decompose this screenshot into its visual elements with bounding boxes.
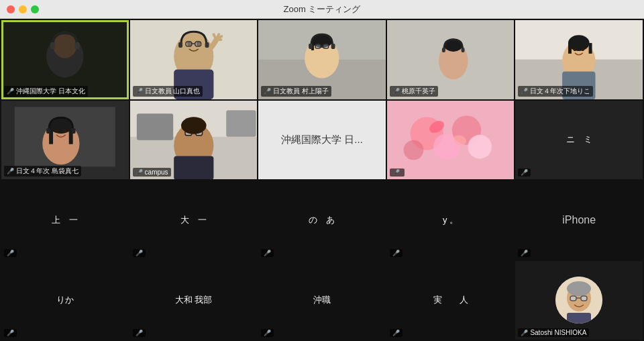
cell-label-r3c3: 🎤 bbox=[261, 249, 274, 257]
video-cell-r4c4[interactable]: 実 人 🎤 bbox=[387, 261, 515, 340]
svg-point-75 bbox=[468, 134, 492, 158]
cell-label-r1c1: 🎤 沖縄国際大学 日本文化 bbox=[4, 86, 88, 97]
svg-rect-18 bbox=[178, 42, 182, 48]
cell-name-r3c2: 大 一 bbox=[180, 214, 207, 226]
cell-name-r4c3: 沖職 bbox=[313, 294, 331, 306]
video-cell-r1c1[interactable]: 🎤 沖縄国際大学 日本文化 bbox=[1, 20, 129, 99]
video-cell-r3c4[interactable]: y 。 🎤 bbox=[387, 181, 515, 260]
svg-rect-27 bbox=[323, 44, 329, 48]
video-cell-r3c2[interactable]: 大 一 🎤 bbox=[130, 181, 258, 260]
cell-label-r3c4: 🎤 bbox=[390, 249, 402, 257]
mic-icon-r1c5: 🎤 bbox=[521, 88, 528, 95]
svg-point-76 bbox=[403, 140, 423, 160]
video-grid: 🎤 沖縄国際大学 日本文化 bbox=[0, 19, 644, 341]
svg-rect-19 bbox=[205, 42, 209, 48]
svg-rect-63 bbox=[226, 110, 256, 136]
satoshi-avatar bbox=[555, 277, 602, 324]
video-cell-r1c4[interactable]: 🎤 桃原千英子 bbox=[387, 20, 515, 99]
mic-muted-icon: 🎤 bbox=[7, 88, 14, 95]
video-cell-r1c3[interactable]: 🎤 日文教員 村上陽子 bbox=[258, 20, 386, 99]
svg-point-57 bbox=[63, 128, 66, 132]
maximize-button[interactable] bbox=[31, 5, 39, 13]
cell-name-r2c5: ニ ミ bbox=[566, 134, 592, 146]
video-cell-r2c1[interactable]: 🎤 日文４年次 島袋真七 bbox=[1, 101, 129, 180]
svg-rect-37 bbox=[461, 48, 464, 52]
svg-rect-58 bbox=[46, 128, 50, 133]
svg-rect-30 bbox=[331, 44, 335, 49]
cell-name-r4c2: 大和 我部 bbox=[175, 294, 213, 306]
video-cell-r4c1[interactable]: りか 🎤 bbox=[1, 261, 129, 340]
mic-icon-r2c1: 🎤 bbox=[7, 168, 14, 175]
svg-rect-62 bbox=[136, 113, 172, 140]
title-bar: Zoom ミーティング bbox=[0, 0, 644, 19]
svg-rect-36 bbox=[442, 48, 445, 52]
svg-rect-3 bbox=[50, 42, 55, 49]
cell-label-r2c1: 🎤 日文４年次 島袋真七 bbox=[4, 166, 81, 177]
close-button[interactable] bbox=[7, 5, 15, 13]
svg-rect-10 bbox=[186, 42, 192, 46]
svg-rect-85 bbox=[567, 313, 591, 324]
svg-rect-82 bbox=[570, 296, 576, 301]
cell-label-r3c5: 🎤 bbox=[518, 249, 531, 257]
mic-icon-r1c3: 🎤 bbox=[264, 88, 271, 95]
cell-label-r3c1: 🎤 bbox=[4, 249, 17, 257]
window-title: Zoom ミーティング bbox=[284, 3, 361, 15]
mic-icon-r2c2: 🎤 bbox=[136, 169, 143, 176]
cell-label-r1c3: 🎤 日文教員 村上陽子 bbox=[261, 86, 331, 97]
cell-name-r3c1: 上 一 bbox=[52, 214, 78, 226]
cell-label-r2c2: 🎤 campus bbox=[133, 168, 171, 177]
cell-name-r3c3: の あ bbox=[309, 214, 335, 226]
svg-rect-59 bbox=[72, 128, 76, 133]
cell-label-r4c5: 🎤 Satoshi NISHIOKA bbox=[518, 328, 589, 337]
svg-rect-4 bbox=[75, 42, 80, 49]
cell-name-r4c1: りか bbox=[56, 294, 74, 306]
mic-icon-r1c2: 🎤 bbox=[136, 88, 143, 95]
svg-point-81 bbox=[567, 281, 591, 296]
cell-label-r4c2: 🎤 bbox=[133, 329, 146, 337]
video-cell-r4c5[interactable]: 🎤 Satoshi NISHIOKA bbox=[515, 261, 643, 340]
video-cell-r2c2[interactable]: 🎤 campus bbox=[130, 101, 258, 180]
cell-name-r4c4: 実 人 bbox=[433, 294, 468, 306]
minimize-button[interactable] bbox=[19, 5, 27, 13]
svg-rect-29 bbox=[309, 44, 313, 49]
svg-rect-26 bbox=[315, 44, 321, 48]
svg-rect-11 bbox=[195, 42, 201, 46]
video-cell-r1c2[interactable]: 🎤 日文教員 山口真也 bbox=[130, 20, 258, 99]
video-cell-r4c3[interactable]: 沖職 🎤 bbox=[258, 261, 386, 340]
cell-label-r4c1: 🎤 bbox=[4, 329, 17, 337]
video-cell-r3c1[interactable]: 上 一 🎤 bbox=[1, 181, 129, 260]
cell-label-r1c4: 🎤 桃原千英子 bbox=[390, 86, 438, 97]
video-cell-r3c5[interactable]: iPhone 🎤 bbox=[515, 181, 643, 260]
svg-rect-44 bbox=[568, 43, 572, 54]
mic-icon-r1c4: 🎤 bbox=[392, 88, 400, 95]
svg-rect-69 bbox=[174, 156, 213, 179]
cell-label-r1c2: 🎤 日文教員 山口真也 bbox=[133, 86, 203, 97]
cell-label-r4c4: 🎤 bbox=[390, 329, 402, 337]
window-controls[interactable] bbox=[7, 5, 39, 13]
svg-point-56 bbox=[55, 128, 58, 132]
svg-point-46 bbox=[574, 47, 577, 51]
cell-label-r1c5: 🎤 日文４年次下地りこ bbox=[518, 86, 593, 97]
video-cell-r2c5[interactable]: ニ ミ 🎤 bbox=[515, 101, 643, 180]
cell-name-r3c5: iPhone bbox=[562, 214, 596, 226]
svg-rect-83 bbox=[581, 296, 587, 301]
video-cell-r1c5[interactable]: 🎤 日文４年次下地りこ bbox=[515, 20, 643, 99]
shared-screen-text: 沖縄国際大学 日... bbox=[281, 134, 363, 146]
cell-label-r2c5: 🎤 bbox=[518, 168, 531, 177]
svg-point-47 bbox=[582, 47, 585, 51]
video-cell-r2c3-shared[interactable]: 沖縄国際大学 日... bbox=[258, 101, 386, 180]
cell-label-r3c2: 🎤 bbox=[133, 249, 146, 257]
cell-name-r3c4: y 。 bbox=[443, 214, 458, 226]
video-cell-r4c2[interactable]: 大和 我部 🎤 bbox=[130, 261, 258, 340]
video-cell-r3c3[interactable]: の あ 🎤 bbox=[258, 181, 386, 260]
video-cell-r2c4[interactable]: 🎤 bbox=[387, 101, 515, 180]
svg-rect-45 bbox=[589, 43, 592, 54]
cell-label-r4c3: 🎤 bbox=[261, 329, 274, 337]
cell-label-r2c4: 🎤 bbox=[390, 168, 405, 177]
svg-point-70 bbox=[181, 117, 207, 134]
